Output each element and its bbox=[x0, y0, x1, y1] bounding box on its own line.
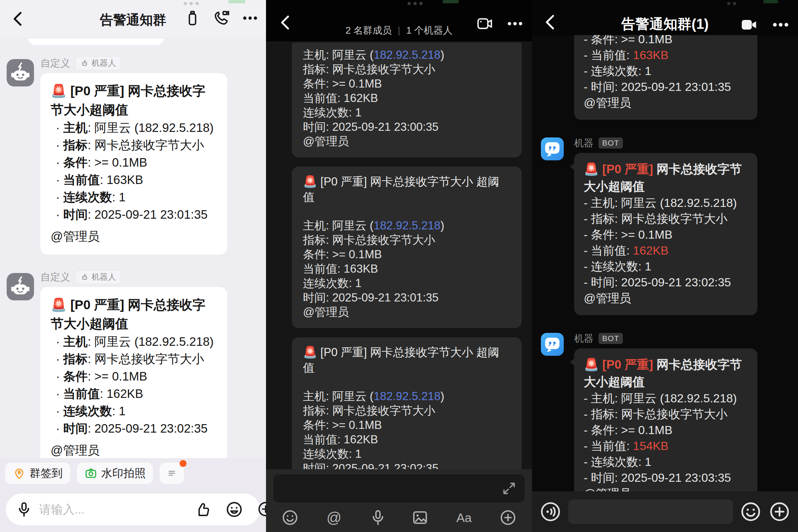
at-icon[interactable]: @ bbox=[324, 509, 344, 526]
message-input[interactable] bbox=[39, 503, 194, 516]
text-segment: 时间 bbox=[63, 208, 88, 221]
sender-name: 机器 bbox=[574, 137, 593, 150]
text-segment: : 阿里云 (182.92.5.218) bbox=[88, 121, 214, 134]
alert-field-line: 连续次数: 1 bbox=[303, 105, 511, 120]
text-segment: 主机 bbox=[63, 121, 88, 134]
text-segment: : 2025-09-21 23:02:35 bbox=[88, 422, 208, 435]
voice-wave-icon[interactable] bbox=[539, 501, 562, 523]
chat-header: 告警通知群(1) bbox=[532, 0, 798, 35]
text-segment: 当前值 bbox=[63, 387, 100, 400]
message-bubble: 🚨 [P0 严重] 网卡总接收字节大小 超阈值主机: 阿里云 (182.92.5… bbox=[292, 337, 522, 469]
smiley-icon[interactable] bbox=[281, 509, 299, 526]
alert-field-line: 当前值: 162KB bbox=[303, 432, 511, 447]
more-tools-chip[interactable] bbox=[160, 463, 184, 484]
robot-badge-label: 机器人 bbox=[92, 272, 116, 283]
message-input[interactable] bbox=[273, 474, 474, 502]
text-segment: 🚨 bbox=[584, 162, 602, 176]
text-segment: 条件: >= 0.1MB bbox=[303, 419, 382, 432]
text-segment: 当前值: 162KB bbox=[303, 433, 378, 446]
text-segment: 主机 bbox=[63, 335, 88, 348]
mention-line: @管理员 bbox=[584, 486, 748, 491]
bot-avatar[interactable] bbox=[541, 333, 564, 356]
robot-badge-label: 机器人 bbox=[92, 58, 116, 69]
alert-field-line: 主机: 阿里云 (182.92.5.218) bbox=[303, 389, 511, 403]
ip-link[interactable]: 182.92.5.218 bbox=[374, 48, 440, 61]
alert-field-line: 时间: 2025-09-21 23:02:35 bbox=[303, 461, 511, 469]
mic-icon[interactable] bbox=[16, 501, 33, 518]
alert-field-line: · 连续次数: 1 bbox=[51, 402, 217, 420]
sender-name: 自定义 bbox=[40, 270, 70, 284]
text-segment: 指标 bbox=[63, 352, 88, 366]
alert-field-line: - 当前值: 154KB bbox=[584, 438, 748, 454]
expand-icon[interactable] bbox=[501, 480, 517, 497]
mic-icon[interactable] bbox=[369, 509, 387, 526]
text-segment: · bbox=[56, 369, 63, 383]
camera-icon bbox=[84, 467, 98, 480]
text-segment: ) bbox=[440, 219, 444, 232]
chat-header: 2 名群成员 | 1 个机器人 bbox=[266, 0, 532, 41]
text-segment: 指标: 网卡总接收字节大小 bbox=[303, 63, 435, 76]
alert-field-line: · 时间: 2025-09-21 23:02:35 bbox=[51, 420, 217, 437]
bot-count: 1 个机器人 bbox=[406, 24, 453, 37]
text-segment: @管理员 bbox=[584, 291, 631, 305]
chat-footer bbox=[532, 491, 798, 532]
text-size-icon[interactable]: Aa bbox=[454, 509, 474, 526]
alert-title: 🚨 [P0 严重] 网卡总接收字节大小超阈值 bbox=[584, 356, 748, 391]
chat-footer: @ Aa bbox=[266, 469, 532, 532]
plus-icon[interactable] bbox=[499, 509, 517, 526]
bot-avatar[interactable] bbox=[7, 59, 34, 86]
text-segment: · bbox=[56, 173, 63, 187]
video-call-icon[interactable] bbox=[476, 15, 494, 33]
image-icon[interactable] bbox=[411, 509, 429, 526]
chat-header: 告警通知群 bbox=[0, 0, 266, 37]
plus-icon[interactable] bbox=[768, 501, 791, 523]
text-segment: 连续次数: 1 bbox=[303, 447, 361, 460]
alert-value: 154KB bbox=[633, 439, 668, 453]
message-input[interactable] bbox=[568, 499, 733, 524]
smiley-icon[interactable] bbox=[740, 501, 762, 523]
member-count: 2 名群成员 bbox=[345, 24, 392, 37]
alert-field-line: 指标: 网卡总接收字节大小 bbox=[303, 62, 511, 76]
statusbar-fragment bbox=[407, 0, 425, 7]
chat-panel-dark-group: 2 名群成员 | 1 个机器人 主机: 阿里云 (182.92.5.218)指标… bbox=[266, 0, 532, 532]
more-icon[interactable] bbox=[242, 10, 259, 27]
alert-field-line: · 条件: >= 0.1MB bbox=[51, 368, 217, 385]
text-segment: 指标: 网卡总接收字节大小 bbox=[303, 233, 435, 246]
thumbs-up-icon[interactable] bbox=[194, 501, 211, 518]
message-bubble: 主机: 阿里云 (182.92.5.218)指标: 网卡总接收字节大小条件: >… bbox=[292, 42, 522, 157]
text-segment: - 主机: 阿里云 (182.92.5.218) bbox=[584, 196, 737, 209]
alert-field-line: - 指标: 网卡总接收字节大小 bbox=[584, 406, 748, 422]
text-segment: 时间: 2025-09-21 23:02:35 bbox=[303, 462, 439, 469]
bot-avatar[interactable] bbox=[541, 137, 564, 160]
more-icon[interactable] bbox=[771, 16, 790, 34]
ip-link[interactable]: 182.92.5.218 bbox=[374, 390, 440, 403]
text-segment: - 连续次数: 1 bbox=[584, 64, 651, 78]
alert-field-line: · 连续次数: 1 bbox=[51, 188, 217, 206]
more-icon[interactable] bbox=[506, 15, 524, 33]
message-bubble: 🚨 [P0 严重] 网卡总接收字节大小超阈值- 主机: 阿里云 (182.92.… bbox=[574, 348, 757, 491]
text-segment: · bbox=[56, 352, 63, 366]
alert-field-line: 指标: 网卡总接收字节大小 bbox=[303, 403, 511, 418]
text-segment: 🚨 [P0 严重] 网卡总接收字节大小超阈值 bbox=[51, 297, 205, 331]
alert-field-line: - 指标: 网卡总接收字节大小 bbox=[584, 211, 748, 227]
bottle-icon[interactable] bbox=[184, 10, 201, 27]
phone-video-icon[interactable] bbox=[213, 10, 230, 27]
watermark-photo-chip[interactable]: 水印拍照 bbox=[77, 463, 153, 484]
alert-field-line: - 时间: 2025-09-21 23:03:35 bbox=[584, 470, 748, 486]
plus-icon[interactable] bbox=[257, 501, 266, 518]
message-input-box[interactable] bbox=[273, 474, 525, 502]
ip-link[interactable]: 182.92.5.218 bbox=[374, 219, 440, 232]
message: 机器BOT🚨 [P0 严重] 网卡总接收字节大小超阈值- 主机: 阿里云 (18… bbox=[532, 331, 798, 491]
text-segment: · bbox=[56, 208, 63, 221]
video-call-icon[interactable] bbox=[740, 16, 758, 34]
chat-panel-dark-alert: 告警通知群(1) - 条件: >= 0.1MB- 当前值: 163KB- 连续次… bbox=[532, 0, 798, 532]
text-segment: · bbox=[56, 156, 63, 169]
bot-avatar[interactable] bbox=[7, 273, 34, 300]
text-segment: : >= 0.1MB bbox=[88, 369, 147, 383]
alert-value: [P0 严重] bbox=[602, 358, 653, 371]
robot-badge-icon bbox=[80, 59, 89, 68]
smiley-icon[interactable] bbox=[225, 501, 243, 518]
text-segment: 连续次数: 1 bbox=[303, 277, 361, 290]
text-segment: - 当前值: bbox=[584, 439, 633, 453]
group-signin-chip[interactable]: 群签到 bbox=[5, 463, 70, 484]
